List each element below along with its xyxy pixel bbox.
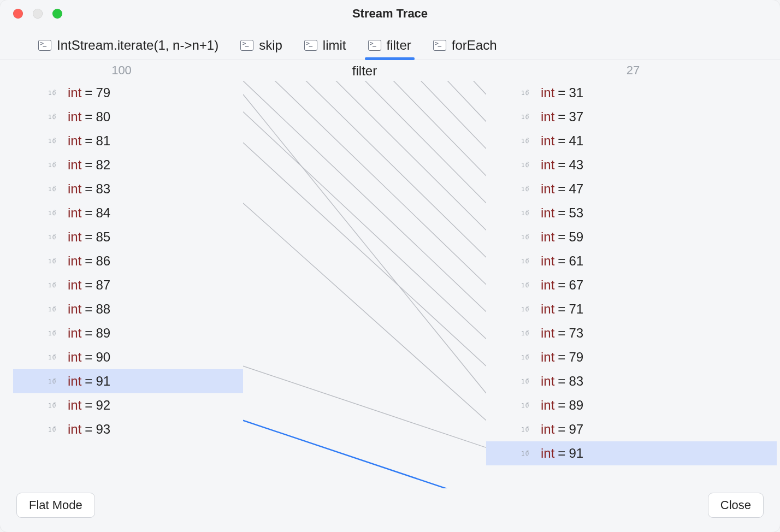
tab-skip[interactable]: skip (240, 38, 282, 60)
output-value-row[interactable]: int=43 (486, 153, 777, 177)
binary-icon (48, 139, 61, 144)
tab-label: filter (387, 38, 411, 53)
output-value-row[interactable]: int=79 (486, 345, 777, 369)
value-number: 89 (569, 398, 583, 413)
tab-limit[interactable]: limit (304, 38, 346, 60)
output-value-row[interactable]: int=71 (486, 297, 777, 321)
tab-label: IntStream.iterate(1, n->n+1) (57, 38, 218, 53)
input-value-row[interactable]: int=93 (13, 417, 243, 441)
output-value-row[interactable]: int=67 (486, 273, 777, 297)
binary-icon (521, 115, 534, 120)
tab-intstream-iterate-1-n-n-1-[interactable]: IntStream.iterate(1, n->n+1) (38, 38, 218, 60)
trace-body: int=79int=80int=81int=82int=83int=84int=… (0, 81, 780, 488)
output-value-row[interactable]: int=53 (486, 201, 777, 225)
output-value-row[interactable]: int=97 (486, 417, 777, 441)
zoom-window-button[interactable] (52, 9, 62, 19)
input-value-row[interactable]: int=83 (13, 177, 243, 201)
input-value-row[interactable]: int=81 (13, 129, 243, 153)
binary-icon (48, 403, 61, 408)
flat-mode-button[interactable]: Flat Mode (16, 493, 95, 518)
tab-foreach[interactable]: forEach (433, 38, 497, 60)
stream-stage-tabs: IntStream.iterate(1, n->n+1)skiplimitfil… (0, 27, 780, 60)
value-number: 67 (569, 277, 583, 293)
output-values-column[interactable]: int=31int=37int=41int=43int=47int=53int=… (486, 81, 780, 488)
value-type: int (68, 181, 81, 197)
value-number: 53 (569, 205, 583, 221)
binary-icon (521, 403, 534, 408)
value-number: 79 (569, 350, 583, 365)
equals-sign: = (85, 181, 92, 197)
dialog-footer: Flat Mode Close (0, 488, 780, 532)
console-icon (433, 40, 446, 51)
input-value-row[interactable]: int=88 (13, 297, 243, 321)
svg-line-3 (243, 81, 486, 176)
input-value-row[interactable]: int=86 (13, 249, 243, 273)
console-icon (368, 40, 381, 51)
input-value-row[interactable]: int=80 (13, 105, 243, 129)
equals-sign: = (558, 277, 565, 293)
value-number: 88 (96, 302, 110, 317)
output-value-row[interactable]: int=73 (486, 321, 777, 345)
equals-sign: = (558, 374, 565, 389)
output-value-row[interactable]: int=59 (486, 225, 777, 249)
input-values-column[interactable]: int=79int=80int=81int=82int=83int=84int=… (0, 81, 243, 488)
equals-sign: = (85, 302, 92, 317)
binary-icon (521, 451, 534, 456)
close-button[interactable]: Close (708, 493, 764, 518)
output-value-row[interactable]: int=31 (486, 81, 777, 105)
svg-line-5 (243, 81, 486, 230)
value-type: int (68, 157, 81, 173)
binary-icon (521, 331, 534, 336)
output-value-row[interactable]: int=89 (486, 393, 777, 417)
binary-icon (48, 163, 61, 168)
value-type: int (68, 109, 81, 125)
binary-icon (521, 307, 534, 312)
equals-sign: = (558, 326, 565, 341)
output-value-row[interactable]: int=41 (486, 129, 777, 153)
input-value-row[interactable]: int=82 (13, 153, 243, 177)
output-value-row[interactable]: int=83 (486, 369, 777, 393)
equals-sign: = (85, 109, 92, 125)
binary-icon (48, 331, 61, 336)
close-window-button[interactable] (13, 9, 23, 19)
input-value-row[interactable]: int=90 (13, 345, 243, 369)
input-value-row[interactable]: int=85 (13, 225, 243, 249)
binary-icon (48, 427, 61, 432)
output-value-row[interactable]: int=61 (486, 249, 777, 273)
input-count-label: 100 (0, 60, 243, 81)
value-number: 92 (96, 398, 110, 413)
value-number: 84 (96, 205, 110, 221)
equals-sign: = (558, 446, 565, 461)
binary-icon (521, 91, 534, 96)
svg-line-9 (243, 112, 486, 339)
input-value-row[interactable]: int=91 (13, 369, 243, 393)
value-number: 91 (96, 374, 110, 389)
binary-icon (48, 115, 61, 120)
input-value-row[interactable]: int=92 (13, 393, 243, 417)
value-number: 80 (96, 109, 110, 125)
output-value-row[interactable]: int=47 (486, 177, 777, 201)
input-value-row[interactable]: int=84 (13, 201, 243, 225)
input-value-row[interactable]: int=87 (13, 273, 243, 297)
equals-sign: = (558, 181, 565, 197)
value-type: int (68, 253, 81, 269)
minimize-window-button[interactable] (33, 9, 43, 19)
value-type: int (541, 157, 554, 173)
equals-sign: = (85, 398, 92, 413)
value-type: int (68, 398, 81, 413)
equals-sign: = (558, 398, 565, 413)
value-number: 83 (569, 374, 583, 389)
value-type: int (541, 422, 554, 437)
input-value-row[interactable]: int=79 (13, 81, 243, 105)
input-value-row[interactable]: int=89 (13, 321, 243, 345)
output-value-row[interactable]: int=37 (486, 105, 777, 129)
binary-icon (48, 91, 61, 96)
value-type: int (541, 181, 554, 197)
equals-sign: = (558, 157, 565, 173)
output-value-row[interactable]: int=91 (486, 441, 777, 465)
svg-line-12 (243, 203, 486, 421)
value-number: 41 (569, 133, 583, 149)
value-type: int (68, 350, 81, 365)
tab-filter[interactable]: filter (368, 38, 411, 60)
equals-sign: = (85, 157, 92, 173)
